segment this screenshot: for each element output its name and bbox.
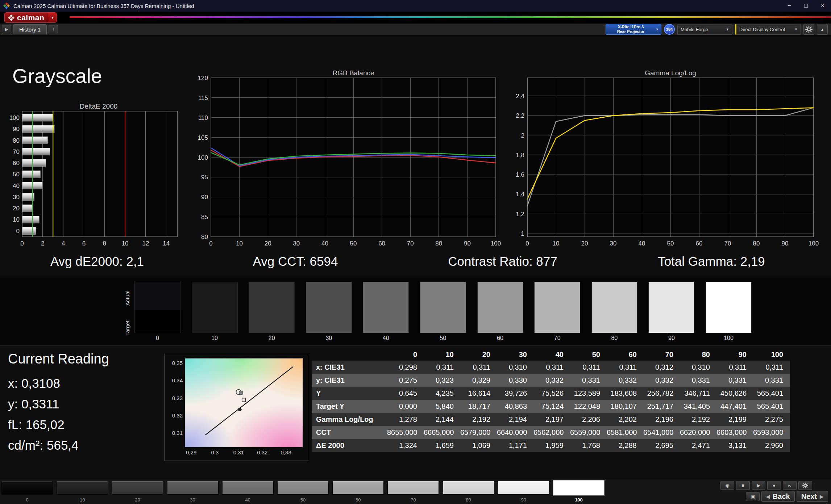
pattern-level-button[interactable]: [57, 481, 108, 495]
table-cell: 2,199: [716, 415, 753, 424]
pattern-level-button[interactable]: [498, 481, 549, 495]
svg-text:100: 100: [809, 240, 819, 247]
pattern-level-button[interactable]: [112, 481, 163, 495]
svg-text:0: 0: [20, 240, 24, 247]
source-select-button[interactable]: Mobile Forge ▼: [677, 24, 732, 35]
swatch-actual: [420, 282, 466, 310]
swatch-level-label: 30: [306, 335, 352, 341]
svg-text:2,4: 2,4: [516, 93, 524, 100]
next-button[interactable]: Next ▶: [797, 491, 828, 502]
table-column-header: 30: [497, 350, 533, 359]
table-cell: 18,717: [460, 402, 497, 411]
svg-text:105: 105: [198, 134, 208, 141]
pattern-level-label: 90: [498, 497, 549, 503]
rgb-balance-chart: 8085909510010511011512001020304050607080…: [196, 72, 507, 252]
pattern-level-label: 20: [112, 497, 163, 503]
svg-text:50: 50: [350, 240, 357, 247]
gamma-chart: 11,21,41,61,822,22,401020304050607080901…: [513, 72, 831, 252]
table-row-label: CCT: [312, 428, 387, 437]
swatch-actual: [478, 282, 523, 310]
gray-swatch: 0: [134, 282, 180, 333]
pattern-level-label: 70: [387, 497, 439, 503]
record-button[interactable]: ●: [767, 481, 781, 490]
chevron-down-icon: ▼: [656, 28, 659, 31]
pattern-level-button[interactable]: [553, 480, 604, 496]
axis-tick-label: 0,31: [230, 449, 247, 455]
pattern-level-button[interactable]: [443, 481, 494, 495]
reading-value: x: 0,3108: [8, 376, 109, 397]
grayscale-swatch-strip: Actual Target 0102030405060708090100: [0, 277, 831, 346]
play-button[interactable]: ▶: [752, 481, 765, 490]
back-button[interactable]: ◀ Back: [761, 491, 795, 502]
table-row: ΔE 20001,3241,6591,0691,1711,9591,7682,2…: [312, 439, 790, 452]
swatch-target: [363, 310, 408, 333]
pattern-level-button[interactable]: [1, 481, 53, 495]
table-column-header: 100: [753, 350, 790, 359]
meter-select-button[interactable]: X-Rite i1Pro 3 Rear Projector ▼: [606, 24, 661, 35]
table-column-header: 50: [570, 350, 607, 359]
table-cell: 0,331: [680, 376, 716, 385]
svg-text:30: 30: [293, 240, 300, 247]
minimize-button[interactable]: −: [781, 0, 798, 12]
pattern-level-button[interactable]: [387, 481, 439, 495]
svg-text:90: 90: [13, 126, 20, 133]
pattern-level-button[interactable]: [222, 481, 274, 495]
calman-menu-button[interactable]: calman ▼: [4, 12, 57, 23]
actual-label: Actual: [123, 282, 131, 314]
settings-button[interactable]: [803, 24, 814, 35]
svg-text:20: 20: [13, 205, 20, 212]
swatch-target: [592, 310, 637, 333]
pattern-level-label: 0: [1, 497, 53, 503]
reading-value: fL: 165,02: [8, 417, 109, 438]
meter-status-badge[interactable]: 384: [664, 24, 675, 35]
display-control-button[interactable]: Direct Display Control ▼: [735, 24, 801, 35]
swatch-level-label: 10: [192, 335, 237, 341]
capture-button[interactable]: ◉: [720, 481, 734, 490]
swatch-level-label: 100: [706, 335, 751, 341]
maximize-button[interactable]: □: [798, 0, 814, 12]
svg-text:60: 60: [696, 240, 703, 247]
axis-tick-label: 0,29: [183, 449, 200, 455]
table-row-label: ΔE 2000: [312, 441, 387, 450]
table-column-header: 80: [680, 350, 716, 359]
tab-history-1[interactable]: History 1: [13, 24, 47, 34]
workflow-tab-bar: ▶ History 1 + X-Rite i1Pro 3 Rear Projec…: [0, 24, 831, 35]
svg-text:95: 95: [201, 174, 208, 181]
svg-text:1,2: 1,2: [516, 211, 524, 218]
table-cell: 2,196: [643, 415, 680, 424]
close-button[interactable]: ×: [814, 0, 831, 12]
svg-text:80: 80: [201, 234, 208, 240]
table-cell: 0,311: [533, 363, 570, 371]
table-cell: 6620,000: [680, 428, 716, 437]
svg-text:2: 2: [41, 240, 44, 247]
svg-text:70: 70: [13, 148, 20, 155]
pattern-level-button[interactable]: [167, 481, 219, 495]
pattern-level-button[interactable]: [332, 481, 384, 495]
svg-text:1,6: 1,6: [516, 171, 524, 178]
table-cell: 4,235: [424, 389, 460, 398]
swatch-actual: [249, 282, 294, 310]
svg-text:20: 20: [581, 240, 588, 247]
table-column-header: 20: [460, 350, 497, 359]
svg-text:1,4: 1,4: [516, 191, 524, 198]
table-cell: 565,401: [753, 389, 790, 398]
transport-controls: ◉ ■ ▶ ● ∞ ▣ ◀ Back: [712, 480, 828, 503]
history-expand-button[interactable]: ▶: [2, 25, 11, 34]
settings-button-bottom[interactable]: [798, 481, 812, 490]
table-cell: 0,311: [460, 363, 497, 371]
next-label: Next: [801, 492, 817, 501]
gray-swatch: 50: [420, 282, 466, 333]
stop-button[interactable]: ■: [736, 481, 750, 490]
collapse-panel-button[interactable]: ▴: [817, 24, 828, 35]
table-cell: 0,311: [753, 363, 790, 371]
swatch-level-label: 40: [363, 335, 408, 341]
swatch-target: [649, 310, 694, 333]
pattern-window-button[interactable]: ▣: [746, 492, 760, 501]
add-tab-button[interactable]: +: [49, 25, 58, 34]
continuous-read-button[interactable]: ∞: [783, 481, 797, 490]
meter-name: X-Rite i1Pro 3: [618, 25, 644, 29]
pattern-level-button[interactable]: [277, 481, 329, 495]
pattern-bar: 0102030405060708090100 ◉ ■ ▶ ● ∞: [0, 479, 831, 504]
table-row-label: Gamma Log/Log: [312, 415, 387, 424]
table-cell: 1,959: [533, 441, 570, 450]
